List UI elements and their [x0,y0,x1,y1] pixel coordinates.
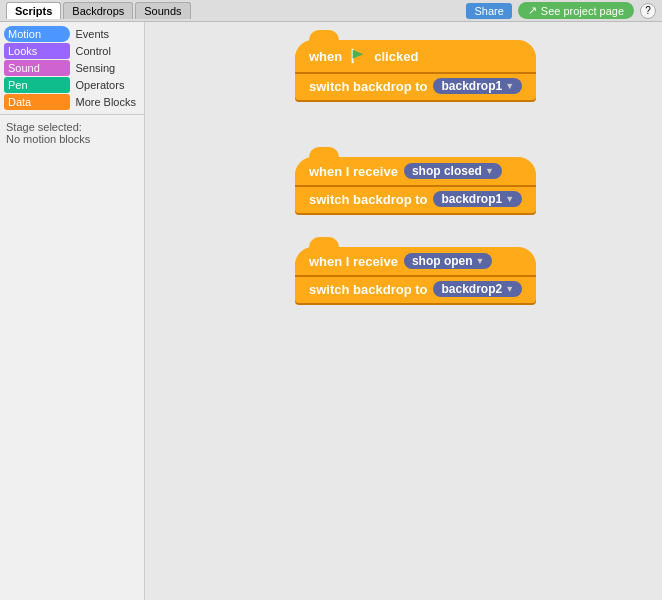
help-button[interactable]: ? [640,3,656,19]
clicked-label: clicked [374,49,418,64]
when-receive-label-1: when I receive [309,164,398,179]
switch-backdrop-label-2: switch backdrop to [309,192,427,207]
no-blocks-label: No motion blocks [6,133,138,145]
sidebar-item-more[interactable]: More Blocks [71,94,140,110]
block-categories: Motion Events Looks Control Sound Sensin… [0,22,144,115]
sidebar-item-pen[interactable]: Pen [4,77,70,93]
sidebar-item-events[interactable]: Events [71,26,140,42]
dropdown-arrow-icon: ▼ [505,81,514,91]
when-label: when [309,49,342,64]
share-button[interactable]: Share [466,3,511,19]
block-group-1: when clicked switch backdrop to backdrop… [295,40,536,100]
tab-scripts[interactable]: Scripts [6,2,61,19]
nav-tabs: Scripts Backdrops Sounds [6,2,191,19]
see-project-icon: ↗ [528,4,537,17]
block-group-2: when I receive shop closed ▼ switch back… [295,157,536,213]
script-canvas: when clicked switch backdrop to backdrop… [145,22,662,600]
nav-actions: Share ↗ See project page ? [466,2,656,19]
dropdown-arrow-icon-4: ▼ [476,256,485,266]
when-receive-label-2: when I receive [309,254,398,269]
sidebar-item-data[interactable]: Data [4,94,70,110]
sidebar: Motion Events Looks Control Sound Sensin… [0,22,145,600]
when-clicked-hat[interactable]: when clicked [295,40,536,72]
when-receive-hat-1[interactable]: when I receive shop closed ▼ [295,157,536,185]
switch-backdrop-label-3: switch backdrop to [309,282,427,297]
sidebar-item-motion[interactable]: Motion [4,26,70,42]
backdrop1-pill-2[interactable]: backdrop1 ▼ [433,191,522,207]
switch-backdrop-label-1: switch backdrop to [309,79,427,94]
shop-open-pill[interactable]: shop open ▼ [404,253,493,269]
sidebar-item-control[interactable]: Control [71,43,140,59]
backdrop1-pill-1[interactable]: backdrop1 ▼ [433,78,522,94]
dropdown-arrow-icon-3: ▼ [505,194,514,204]
dropdown-arrow-icon-2: ▼ [485,166,494,176]
stage-selected-label: Stage selected: [6,121,138,133]
main-layout: Motion Events Looks Control Sound Sensin… [0,22,662,600]
see-project-button[interactable]: ↗ See project page [518,2,634,19]
block-group-3: when I receive shop open ▼ switch backdr… [295,247,536,303]
backdrop2-pill[interactable]: backdrop2 ▼ [433,281,522,297]
switch-backdrop-block-2[interactable]: switch backdrop to backdrop1 ▼ [295,185,536,213]
sidebar-item-sensing[interactable]: Sensing [71,60,140,76]
sidebar-item-operators[interactable]: Operators [71,77,140,93]
green-flag-icon [348,46,368,66]
switch-backdrop-block-3[interactable]: switch backdrop to backdrop2 ▼ [295,275,536,303]
when-receive-hat-2[interactable]: when I receive shop open ▼ [295,247,536,275]
dropdown-arrow-icon-5: ▼ [505,284,514,294]
sidebar-item-looks[interactable]: Looks [4,43,70,59]
tab-backdrops[interactable]: Backdrops [63,2,133,19]
svg-marker-1 [353,50,364,59]
top-nav: Scripts Backdrops Sounds Share ↗ See pro… [0,0,662,22]
switch-backdrop-block-1[interactable]: switch backdrop to backdrop1 ▼ [295,72,536,100]
stage-info: Stage selected: No motion blocks [0,115,144,151]
tab-sounds[interactable]: Sounds [135,2,190,19]
sidebar-item-sound[interactable]: Sound [4,60,70,76]
shop-closed-pill[interactable]: shop closed ▼ [404,163,502,179]
